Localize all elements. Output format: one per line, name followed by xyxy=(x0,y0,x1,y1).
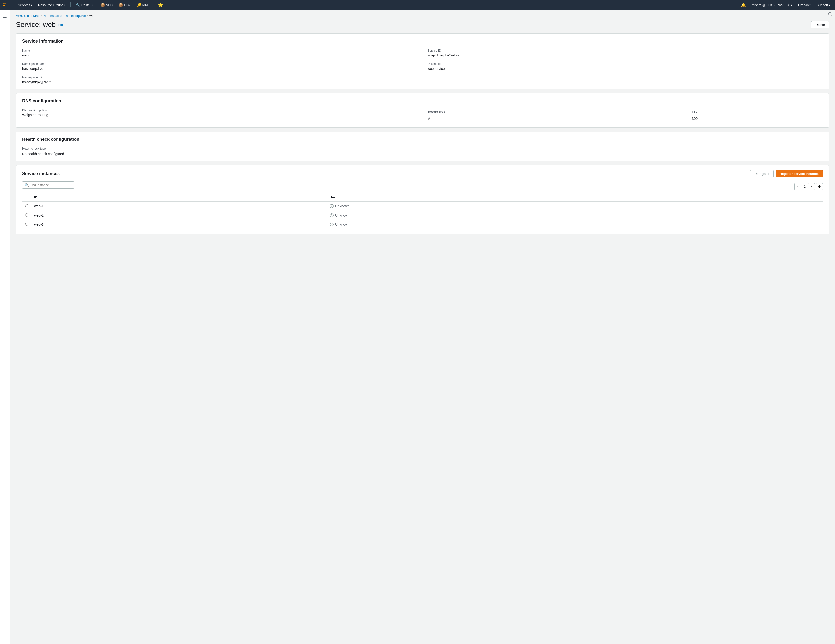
row-radio-cell xyxy=(22,220,31,229)
account-chevron-icon: ▾ xyxy=(791,4,792,6)
nav-route53[interactable]: 🔧 Route 53 xyxy=(74,2,96,8)
description-value: webservice xyxy=(427,67,823,71)
page-title-wrap: Service: web Info xyxy=(16,21,63,29)
breadcrumb-home[interactable]: AWS Cloud Map xyxy=(16,14,40,18)
sidebar: ☰ xyxy=(0,10,10,644)
row-health: ? Unknown xyxy=(327,220,823,229)
instances-table: ID Health web-1 ? Unknown web-2 xyxy=(22,193,823,229)
row-health: ? Unknown xyxy=(327,211,823,220)
row-radio-input[interactable] xyxy=(25,213,28,217)
search-input[interactable] xyxy=(22,182,74,188)
row-radio-cell xyxy=(22,211,31,220)
dns-routing-label: DNS routing policy xyxy=(22,109,420,112)
top-info-icon[interactable]: ⓘ xyxy=(828,12,832,17)
breadcrumb-namespace[interactable]: hashicorp.live xyxy=(66,14,86,18)
pagination: ‹ 1 › ⚙ xyxy=(794,183,823,190)
search-icon: 🔍 xyxy=(24,183,29,187)
dns-routing-section: DNS routing policy Weighted routing xyxy=(22,109,420,122)
health-unknown-wrap: ? Unknown xyxy=(330,204,820,208)
pagination-prev-button[interactable]: ‹ xyxy=(794,183,801,190)
health-unknown-wrap: ? Unknown xyxy=(330,222,820,227)
table-row: web-2 ? Unknown xyxy=(22,211,823,220)
service-name-label: Name xyxy=(22,49,418,52)
instances-title: Service instances xyxy=(22,171,60,177)
page-title: Service: web xyxy=(16,21,55,29)
breadcrumb-sep-1: › xyxy=(41,15,42,17)
iam-icon: 🔑 xyxy=(136,3,141,7)
row-id: web-1 xyxy=(31,201,327,211)
delete-button[interactable]: Delete xyxy=(811,21,829,28)
table-row: web-3 ? Unknown xyxy=(22,220,823,229)
register-service-instance-button[interactable]: Register service instance xyxy=(775,170,823,177)
hamburger-icon[interactable]: ☰ xyxy=(1,13,9,22)
layout: ☰ ⓘ AWS Cloud Map › Namespaces › hashico… xyxy=(0,10,835,644)
table-row: web-1 ? Unknown xyxy=(22,201,823,211)
bell-icon[interactable]: 🔔 xyxy=(739,2,748,8)
table-settings-button[interactable]: ⚙ xyxy=(816,183,823,190)
dns-table-section: Record type TTL A 300 xyxy=(425,109,823,122)
health-check-type-value: No health check configured xyxy=(22,152,823,156)
health-unknown-icon: ? xyxy=(330,204,334,208)
service-instances-card: Service instances Deregister Register se… xyxy=(16,165,829,234)
instances-health-header: Health xyxy=(327,193,823,201)
service-name-value: web xyxy=(22,53,418,57)
health-status-text: Unknown xyxy=(335,204,349,208)
aws-logo[interactable]: aws xyxy=(3,2,14,8)
service-id-item: Service ID srv-j4dmeipbe5rebwtm xyxy=(427,49,823,57)
namespace-id-value: ns-sgymkpxyj7lv3fu5 xyxy=(22,80,418,84)
service-information-card: Service information Name web Service ID … xyxy=(16,34,829,89)
page-header: Service: web Info Delete xyxy=(16,21,829,29)
health-status-text: Unknown xyxy=(335,213,349,217)
health-status-text: Unknown xyxy=(335,222,349,227)
dns-config-title: DNS configuration xyxy=(22,98,823,104)
ec2-icon: 📦 xyxy=(119,3,123,7)
row-health: ? Unknown xyxy=(327,201,823,211)
dns-ttl-header: TTL xyxy=(689,109,823,115)
health-unknown-wrap: ? Unknown xyxy=(330,213,820,217)
row-radio-input[interactable] xyxy=(25,204,28,208)
nav-account[interactable]: mishra @ 3531-1092-1828 ▾ xyxy=(750,2,794,8)
nav-ec2[interactable]: 📦 EC2 xyxy=(117,2,132,8)
dns-record-type-value: A xyxy=(425,115,689,122)
row-id: web-3 xyxy=(31,220,327,229)
nav-divider-1 xyxy=(70,2,71,7)
breadcrumb: AWS Cloud Map › Namespaces › hashicorp.l… xyxy=(16,14,829,18)
description-label: Description xyxy=(427,62,823,66)
route53-icon: 🔧 xyxy=(76,3,81,7)
nav-services[interactable]: Services ▾ xyxy=(16,2,34,8)
health-check-type-label: Health check type xyxy=(22,147,823,151)
service-id-label: Service ID xyxy=(427,49,823,52)
vpc-icon: 📦 xyxy=(101,3,106,7)
nav-vpc[interactable]: 📦 VPC xyxy=(98,2,115,8)
row-id: web-2 xyxy=(31,211,327,220)
dns-record-type-header: Record type xyxy=(425,109,689,115)
top-nav: aws Services ▾ Resource Groups ▾ 🔧 Route… xyxy=(0,0,835,10)
breadcrumb-namespaces[interactable]: Namespaces xyxy=(43,14,62,18)
nav-divider-2 xyxy=(153,2,153,7)
services-chevron-icon: ▾ xyxy=(31,4,32,6)
row-radio-input[interactable] xyxy=(25,222,28,226)
support-chevron-icon: ▾ xyxy=(829,4,830,6)
dns-layout: DNS routing policy Weighted routing Reco… xyxy=(22,109,823,122)
health-unknown-icon: ? xyxy=(330,222,334,227)
pagination-next-button[interactable]: › xyxy=(808,183,815,190)
nav-region[interactable]: Oregon ▾ xyxy=(796,2,813,8)
main-content: ⓘ AWS Cloud Map › Namespaces › hashicorp… xyxy=(10,10,835,644)
namespace-id-label: Namespace ID xyxy=(22,76,418,79)
nav-resource-groups[interactable]: Resource Groups ▾ xyxy=(36,2,67,8)
info-badge[interactable]: Info xyxy=(57,23,63,26)
namespace-id-item: Namespace ID ns-sgymkpxyj7lv3fu5 xyxy=(22,76,418,84)
deregister-button[interactable]: Deregister xyxy=(750,170,773,177)
breadcrumb-sep-3: › xyxy=(87,15,88,17)
health-unknown-icon: ? xyxy=(330,213,334,217)
pin-icon[interactable]: ⭐ xyxy=(156,2,165,8)
dns-table-row: A 300 xyxy=(425,115,823,122)
namespace-name-label: Namespace name xyxy=(22,62,418,66)
page-number: 1 xyxy=(802,185,807,188)
instances-id-header: ID xyxy=(31,193,327,201)
instances-select-header xyxy=(22,193,31,201)
nav-support[interactable]: Support ▾ xyxy=(815,2,832,8)
description-item: Description webservice xyxy=(427,62,823,71)
nav-iam[interactable]: 🔑 IAM xyxy=(135,2,150,8)
namespace-name-value: hashicorp.live xyxy=(22,67,418,71)
